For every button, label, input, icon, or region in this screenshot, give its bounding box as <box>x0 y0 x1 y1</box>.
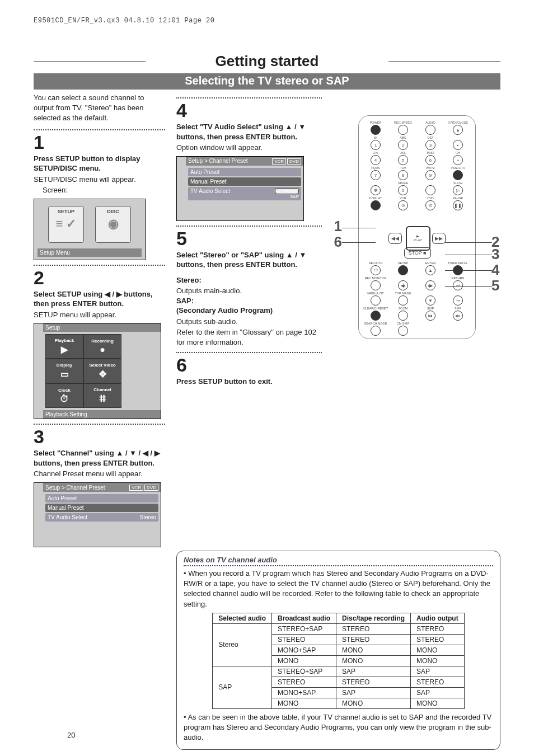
section-title: Selecting the TV stereo or SAP <box>34 73 500 90</box>
step-1-screen-label: Screen: <box>34 185 165 195</box>
header-meta: E9501CD_EN/FR_v3.qx3 04.8.10 12:01 Page … <box>34 17 500 25</box>
step-1-menu-caption: Setup Menu <box>38 248 142 257</box>
step-3-head: Select "Channel" using ▲ / ▼ / ◀ / ▶ but… <box>34 448 165 468</box>
step-5-head: Select "Stereo" or "SAP" using ▲ / ▼ but… <box>176 250 322 270</box>
table-row: SAPSTEREO+SAPSAPSAP <box>213 666 464 677</box>
notes-title: Notes on TV channel audio <box>184 556 493 566</box>
step-5-sap-head2: (Secondary Audio Program) <box>176 306 322 316</box>
step-6-number: 6 <box>176 355 322 374</box>
callout-5: 5 <box>491 277 499 294</box>
table-row: StereoSTEREO+SAPSTEREOSTEREO <box>213 623 464 634</box>
step-6-head: Press SETUP button to exit. <box>176 377 322 387</box>
step-3-body: Channel Preset menu will appear. <box>34 469 165 479</box>
step-5-stereo-body: Outputs main-audio. <box>176 286 322 296</box>
step-5-ref: Refer to the item in "Glossary" on page … <box>176 327 322 347</box>
step-4-body: Option window will appear. <box>176 143 322 153</box>
step-2-head: Select SETUP using ◀ / ▶ buttons, then p… <box>34 289 165 309</box>
step-1-body: SETUP/DISC menu will appear. <box>34 175 165 185</box>
callout-6: 6 <box>334 233 342 251</box>
remote-diagram: POWER REC SPEED AUDIO OPEN/CLOSE▲ @!1 AB… <box>358 115 476 339</box>
disc-tile: DISC◉ <box>95 206 131 243</box>
notes-box: Notes on TV channel audio • When you rec… <box>176 551 500 750</box>
step-5-number: 5 <box>176 229 322 248</box>
step-5-sap-body: Outputs sub-audio. <box>176 317 322 327</box>
step-1-head: Press SETUP button to display SETUP/DISC… <box>34 154 165 173</box>
step-5-stereo-head: Stereo: <box>176 275 322 285</box>
step-2-menu-caption: Playback Setting <box>43 410 161 419</box>
callout-1: 1 <box>334 218 342 235</box>
intro-text: You can select a sound channel to output… <box>34 93 165 124</box>
notes-p2: As can be seen in the above table, if yo… <box>184 713 491 741</box>
step-4-number: 4 <box>176 101 322 120</box>
chapter-title: Getting started <box>34 53 500 70</box>
step-1-menu: SETUP≡ ✓ DISC◉ Setup Menu <box>34 199 146 260</box>
step-4-head: Select "TV Audio Select" using ▲ / ▼ but… <box>176 122 322 142</box>
callout-4: 4 <box>491 261 499 279</box>
notes-p1: When you record a TV program which has S… <box>184 569 490 608</box>
rewind-button: ◀◀ <box>388 233 402 244</box>
step-1-number: 1 <box>34 133 165 152</box>
step-2-body: SETUP menu will appear. <box>34 310 165 320</box>
ff-button: ▶▶ <box>432 233 446 244</box>
step-4-menu: Setup > Channel Preset VCRDVD Auto Prese… <box>176 156 304 221</box>
callout-3: 3 <box>491 246 499 263</box>
step-5-sap-head: SAP: <box>176 296 322 306</box>
audio-table: Selected audio Broadcast audio Disc/tape… <box>212 613 464 709</box>
step-2-number: 2 <box>34 268 165 287</box>
step-3-menu: Setup > Channel Preset VCRDVD Auto Prese… <box>34 482 161 547</box>
step-2-menu: Setup Playback▶ Recording● Display▭ Sele… <box>34 323 161 419</box>
setup-tile: SETUP≡ ✓ <box>48 206 84 243</box>
stop-button: STOP ■ <box>404 247 431 259</box>
page-number: 20 <box>67 731 75 739</box>
step-3-number: 3 <box>34 427 165 446</box>
